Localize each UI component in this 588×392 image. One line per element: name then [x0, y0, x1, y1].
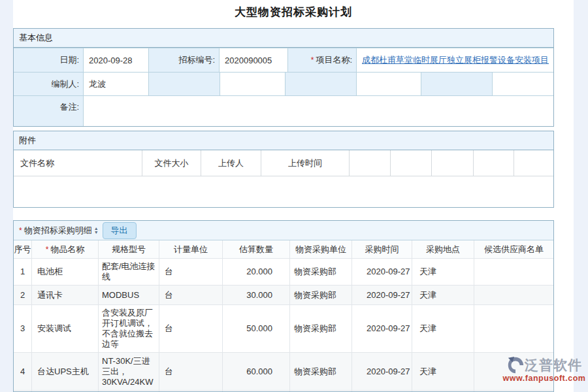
project-label: * 项目名称: — [288, 48, 357, 72]
basic-info-row-3: 备注: — [14, 95, 553, 126]
empty-cell — [286, 73, 357, 95]
detail-table-body: 1电池柜配套/电池连接线台20.000物资采购部2020-09-27天津2通讯卡… — [14, 259, 553, 392]
bid-no-label: 招标编号: — [149, 48, 220, 72]
table-cell: 天津 — [412, 305, 474, 352]
table-cell: MODBUS — [99, 286, 159, 304]
detail-section-title: 物资招标采购明细 — [24, 225, 92, 237]
table-cell — [474, 353, 553, 390]
remark-value — [84, 96, 553, 126]
table-cell: 30.000 — [223, 286, 290, 304]
table-cell: 安装调试 — [32, 305, 99, 352]
page-title: 大型物资招标采购计划 — [13, 0, 574, 20]
table-cell: 配套/电池连接线 — [99, 259, 159, 285]
table-cell: 天津 — [412, 286, 474, 304]
attachments-section: 附件 文件名称 文件大小 上传人 上传时间 — [13, 131, 554, 208]
empty-cell — [421, 73, 493, 95]
col-purchase-time: 采购时间 — [352, 240, 412, 258]
table-cell: 台 — [159, 259, 223, 285]
author-label: 编制人: — [14, 73, 84, 95]
table-cell — [474, 259, 553, 285]
table-cell — [474, 286, 553, 304]
table-cell: 物资采购部 — [290, 353, 352, 390]
bid-no-value: 2020090005 — [220, 48, 288, 72]
table-cell: 60.000 — [223, 353, 290, 390]
col-file-name: 文件名称 — [14, 150, 142, 176]
table-cell: 物资采购部 — [290, 286, 352, 304]
table-cell: 台 — [159, 286, 223, 304]
date-label: 日期: — [14, 48, 84, 72]
project-name-link[interactable]: 成都杜甫草堂临时展厅独立展柜报警设备安装项目 — [362, 54, 549, 66]
sort-down-icon: ▼ — [94, 231, 99, 235]
table-row: 3安装调试含安装及原厂开订机调试，不含就位搬去边等台50.000物资采购部202… — [14, 305, 553, 353]
detail-header-row: 序号 * 物品名称 规格型号 计量单位 估算数量 物资采购单位 采购时间 采购地… — [14, 240, 553, 259]
col-spec: 规格型号 — [99, 240, 159, 258]
empty-cell — [350, 150, 391, 176]
table-cell: 2 — [14, 286, 32, 304]
project-label-text: 项目名称: — [316, 54, 352, 66]
empty-cell — [357, 73, 421, 95]
table-cell: 1 — [14, 259, 32, 285]
required-asterisk: * — [19, 226, 22, 235]
detail-strip: * 物资招标采购明细 ▲ ▼ 导出 — [14, 221, 553, 240]
col-upload-time: 上传时间 — [261, 150, 350, 176]
remark-label: 备注: — [14, 96, 84, 126]
table-cell: 2020-09-27 — [352, 259, 412, 285]
empty-cell — [474, 150, 514, 176]
table-cell: 通讯卡 — [32, 286, 99, 304]
table-cell: 2020-09-27 — [352, 286, 412, 304]
col-purchase-place: 采购地点 — [412, 240, 474, 258]
col-purchase-dept: 物资采购单位 — [290, 240, 352, 258]
attachments-empty-area — [14, 176, 553, 207]
detail-section: * 物资招标采购明细 ▲ ▼ 导出 序号 * 物品名称 规格型号 计量单位 估算… — [13, 220, 554, 392]
table-cell: 台 — [159, 305, 223, 352]
table-cell — [474, 305, 553, 352]
required-asterisk: * — [46, 244, 49, 255]
table-cell: 天津 — [412, 353, 474, 390]
table-cell: NT-30K/三进三出，30KVA/24KW — [99, 353, 159, 390]
table-cell: 4 — [14, 353, 32, 390]
col-seq: 序号 — [14, 240, 32, 258]
basic-info-section: 基本信息 日期: 2020-09-28 招标编号: 2020090005 * 项… — [13, 28, 554, 127]
table-cell: 台达UPS主机 — [32, 353, 99, 390]
basic-info-header: 基本信息 — [14, 29, 553, 48]
col-candidate-suppliers: 候选供应商名单 — [474, 240, 553, 258]
sort-arrows[interactable]: ▲ ▼ — [94, 227, 99, 235]
table-cell: 含安装及原厂开订机调试，不含就位搬去边等 — [99, 305, 159, 352]
table-row: 4台达UPS主机NT-30K/三进三出，30KVA/24KW台60.000物资采… — [14, 353, 553, 391]
table-cell: 物资采购部 — [290, 305, 352, 352]
table-cell: 2020-09-27 — [352, 353, 412, 390]
empty-cell — [391, 150, 432, 176]
col-item-name: * 物品名称 — [32, 240, 99, 258]
col-unit: 计量单位 — [159, 240, 223, 258]
table-cell: 物资采购部 — [290, 259, 352, 285]
table-cell: 20.000 — [223, 259, 290, 285]
table-cell: 2020-09-27 — [352, 305, 412, 352]
date-value: 2020-09-28 — [84, 48, 149, 72]
col-uploader: 上传人 — [201, 150, 261, 176]
table-row: 2通讯卡MODBUS台30.000物资采购部2020-09-27天津 — [14, 286, 553, 305]
required-asterisk: * — [311, 56, 314, 65]
attachments-column-row: 文件名称 文件大小 上传人 上传时间 — [14, 150, 553, 176]
author-value: 龙波 — [84, 73, 149, 95]
export-button[interactable]: 导出 — [103, 222, 137, 239]
basic-info-row-1: 日期: 2020-09-28 招标编号: 2020090005 * 项目名称: … — [14, 48, 553, 72]
empty-cell — [514, 150, 553, 176]
empty-cell — [493, 73, 553, 95]
detail-table: 序号 * 物品名称 规格型号 计量单位 估算数量 物资采购单位 采购时间 采购地… — [14, 240, 553, 392]
basic-info-row-2: 编制人: 龙波 — [14, 72, 553, 95]
attachments-header: 附件 — [14, 131, 553, 150]
table-cell: 3 — [14, 305, 32, 352]
col-file-size: 文件大小 — [142, 150, 201, 176]
empty-cell — [432, 150, 474, 176]
project-value-cell: 成都杜甫草堂临时展厅独立展柜报警设备安装项目 — [357, 48, 553, 72]
table-cell: 电池柜 — [32, 259, 99, 285]
col-item-name-text: 物品名称 — [50, 244, 84, 255]
table-cell: 台 — [159, 353, 223, 390]
table-row: 1电池柜配套/电池连接线台20.000物资采购部2020-09-27天津 — [14, 259, 553, 286]
table-cell: 50.000 — [223, 305, 290, 352]
col-est-qty: 估算数量 — [223, 240, 290, 258]
empty-cell — [149, 73, 220, 95]
empty-cell — [220, 73, 286, 95]
table-cell: 天津 — [412, 259, 474, 285]
